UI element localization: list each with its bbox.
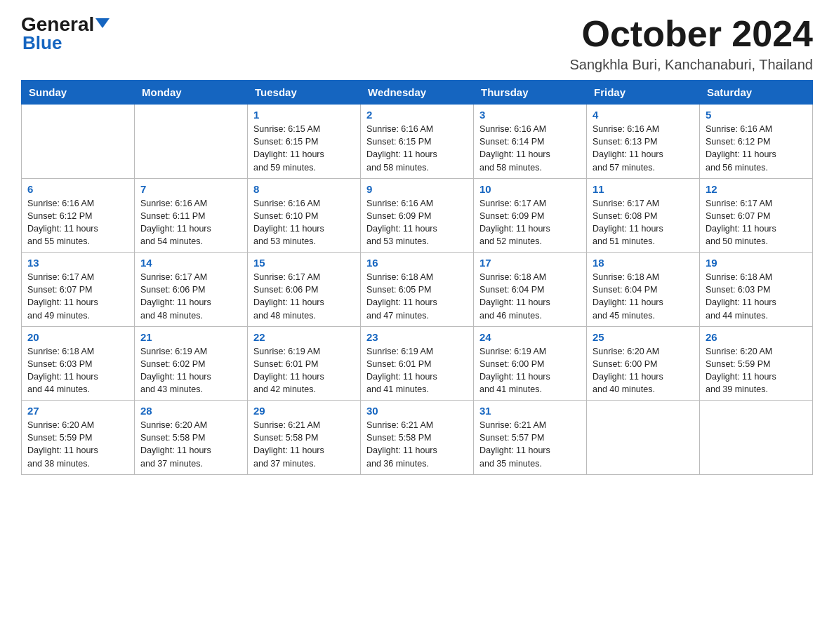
day-info: Sunrise: 6:17 AM Sunset: 6:06 PM Dayligh…	[140, 271, 241, 322]
calendar-cell	[135, 105, 248, 179]
day-info: Sunrise: 6:16 AM Sunset: 6:10 PM Dayligh…	[253, 197, 355, 248]
day-number: 25	[593, 331, 694, 343]
calendar-cell: 18Sunrise: 6:18 AM Sunset: 6:04 PM Dayli…	[587, 253, 700, 327]
weekday-header-tuesday: Tuesday	[248, 81, 361, 105]
day-number: 17	[479, 257, 581, 269]
calendar-cell: 14Sunrise: 6:17 AM Sunset: 6:06 PM Dayli…	[135, 253, 248, 327]
weekday-header-monday: Monday	[135, 81, 248, 105]
calendar-cell	[587, 401, 700, 475]
calendar-table: SundayMondayTuesdayWednesdayThursdayFrid…	[21, 80, 813, 475]
calendar-cell: 27Sunrise: 6:20 AM Sunset: 5:59 PM Dayli…	[22, 401, 135, 475]
calendar-week-row: 20Sunrise: 6:18 AM Sunset: 6:03 PM Dayli…	[22, 326, 813, 401]
day-info: Sunrise: 6:16 AM Sunset: 6:12 PM Dayligh…	[27, 197, 128, 248]
day-info: Sunrise: 6:19 AM Sunset: 6:01 PM Dayligh…	[253, 345, 355, 396]
day-info: Sunrise: 6:19 AM Sunset: 6:02 PM Dayligh…	[140, 345, 241, 396]
day-info: Sunrise: 6:20 AM Sunset: 5:59 PM Dayligh…	[27, 419, 128, 470]
day-info: Sunrise: 6:17 AM Sunset: 6:09 PM Dayligh…	[479, 197, 581, 248]
calendar-cell	[700, 401, 813, 475]
calendar-cell: 23Sunrise: 6:19 AM Sunset: 6:01 PM Dayli…	[361, 326, 474, 401]
day-number: 24	[479, 331, 581, 343]
calendar-cell: 5Sunrise: 6:16 AM Sunset: 6:12 PM Daylig…	[700, 105, 813, 179]
calendar-cell: 25Sunrise: 6:20 AM Sunset: 6:00 PM Dayli…	[587, 326, 700, 401]
weekday-header-sunday: Sunday	[22, 81, 135, 105]
logo-triangle-icon	[95, 18, 110, 28]
day-info: Sunrise: 6:15 AM Sunset: 6:15 PM Dayligh…	[253, 123, 355, 174]
day-info: Sunrise: 6:20 AM Sunset: 5:58 PM Dayligh…	[140, 419, 241, 470]
day-number: 16	[366, 257, 468, 269]
calendar-cell: 4Sunrise: 6:16 AM Sunset: 6:13 PM Daylig…	[587, 105, 700, 179]
calendar-cell	[22, 105, 135, 179]
calendar-cell: 22Sunrise: 6:19 AM Sunset: 6:01 PM Dayli…	[248, 326, 361, 401]
day-info: Sunrise: 6:17 AM Sunset: 6:08 PM Dayligh…	[593, 197, 694, 248]
calendar-cell: 17Sunrise: 6:18 AM Sunset: 6:04 PM Dayli…	[474, 253, 587, 327]
calendar-cell: 20Sunrise: 6:18 AM Sunset: 6:03 PM Dayli…	[22, 326, 135, 401]
day-number: 14	[140, 257, 241, 269]
calendar-cell: 13Sunrise: 6:17 AM Sunset: 6:07 PM Dayli…	[22, 253, 135, 327]
day-number: 6	[27, 183, 128, 195]
day-info: Sunrise: 6:16 AM Sunset: 6:13 PM Dayligh…	[593, 123, 694, 174]
day-number: 10	[479, 183, 581, 195]
calendar-cell: 9Sunrise: 6:16 AM Sunset: 6:09 PM Daylig…	[361, 178, 474, 253]
calendar-cell: 21Sunrise: 6:19 AM Sunset: 6:02 PM Dayli…	[135, 326, 248, 401]
day-number: 9	[366, 183, 468, 195]
day-number: 3	[479, 109, 581, 121]
calendar-cell: 10Sunrise: 6:17 AM Sunset: 6:09 PM Dayli…	[474, 178, 587, 253]
day-info: Sunrise: 6:18 AM Sunset: 6:03 PM Dayligh…	[27, 345, 128, 396]
calendar-cell: 19Sunrise: 6:18 AM Sunset: 6:03 PM Dayli…	[700, 253, 813, 327]
calendar-cell: 15Sunrise: 6:17 AM Sunset: 6:06 PM Dayli…	[248, 253, 361, 327]
day-info: Sunrise: 6:18 AM Sunset: 6:04 PM Dayligh…	[479, 271, 581, 322]
day-info: Sunrise: 6:17 AM Sunset: 6:07 PM Dayligh…	[706, 197, 807, 248]
day-number: 15	[253, 257, 355, 269]
calendar-cell: 1Sunrise: 6:15 AM Sunset: 6:15 PM Daylig…	[248, 105, 361, 179]
day-number: 28	[140, 405, 241, 417]
day-info: Sunrise: 6:17 AM Sunset: 6:07 PM Dayligh…	[27, 271, 128, 322]
day-number: 11	[593, 183, 694, 195]
day-number: 1	[253, 109, 355, 121]
day-number: 30	[366, 405, 468, 417]
day-info: Sunrise: 6:16 AM Sunset: 6:09 PM Dayligh…	[366, 197, 468, 248]
day-number: 13	[27, 257, 128, 269]
day-number: 23	[366, 331, 468, 343]
day-info: Sunrise: 6:20 AM Sunset: 6:00 PM Dayligh…	[593, 345, 694, 396]
day-number: 4	[593, 109, 694, 121]
weekday-header-wednesday: Wednesday	[361, 81, 474, 105]
day-info: Sunrise: 6:21 AM Sunset: 5:58 PM Dayligh…	[253, 419, 355, 470]
day-number: 8	[253, 183, 355, 195]
day-info: Sunrise: 6:16 AM Sunset: 6:15 PM Dayligh…	[366, 123, 468, 174]
calendar-cell: 30Sunrise: 6:21 AM Sunset: 5:58 PM Dayli…	[361, 401, 474, 475]
day-number: 31	[479, 405, 581, 417]
day-number: 2	[366, 109, 468, 121]
month-title: October 2024	[569, 14, 813, 54]
calendar-week-row: 1Sunrise: 6:15 AM Sunset: 6:15 PM Daylig…	[22, 105, 813, 179]
weekday-header-saturday: Saturday	[700, 81, 813, 105]
title-area: October 2024 Sangkhla Buri, Kanchanaburi…	[569, 14, 813, 73]
day-number: 22	[253, 331, 355, 343]
day-number: 19	[706, 257, 807, 269]
calendar-cell: 8Sunrise: 6:16 AM Sunset: 6:10 PM Daylig…	[248, 178, 361, 253]
calendar-cell: 7Sunrise: 6:16 AM Sunset: 6:11 PM Daylig…	[135, 178, 248, 253]
calendar-cell: 16Sunrise: 6:18 AM Sunset: 6:05 PM Dayli…	[361, 253, 474, 327]
day-info: Sunrise: 6:16 AM Sunset: 6:14 PM Dayligh…	[479, 123, 581, 174]
day-number: 18	[593, 257, 694, 269]
day-info: Sunrise: 6:17 AM Sunset: 6:06 PM Dayligh…	[253, 271, 355, 322]
page-header: General Blue October 2024 Sangkhla Buri,…	[21, 14, 813, 73]
day-number: 29	[253, 405, 355, 417]
location-title: Sangkhla Buri, Kanchanaburi, Thailand	[569, 57, 813, 73]
day-info: Sunrise: 6:18 AM Sunset: 6:03 PM Dayligh…	[706, 271, 807, 322]
day-info: Sunrise: 6:19 AM Sunset: 6:00 PM Dayligh…	[479, 345, 581, 396]
day-info: Sunrise: 6:16 AM Sunset: 6:11 PM Dayligh…	[140, 197, 241, 248]
calendar-cell: 3Sunrise: 6:16 AM Sunset: 6:14 PM Daylig…	[474, 105, 587, 179]
day-info: Sunrise: 6:21 AM Sunset: 5:57 PM Dayligh…	[479, 419, 581, 470]
calendar-cell: 26Sunrise: 6:20 AM Sunset: 5:59 PM Dayli…	[700, 326, 813, 401]
calendar-week-row: 6Sunrise: 6:16 AM Sunset: 6:12 PM Daylig…	[22, 178, 813, 253]
day-number: 5	[706, 109, 807, 121]
logo-area: General Blue	[21, 14, 110, 53]
calendar-cell: 29Sunrise: 6:21 AM Sunset: 5:58 PM Dayli…	[248, 401, 361, 475]
calendar-cell: 2Sunrise: 6:16 AM Sunset: 6:15 PM Daylig…	[361, 105, 474, 179]
day-info: Sunrise: 6:18 AM Sunset: 6:05 PM Dayligh…	[366, 271, 468, 322]
day-number: 7	[140, 183, 241, 195]
day-info: Sunrise: 6:19 AM Sunset: 6:01 PM Dayligh…	[366, 345, 468, 396]
day-info: Sunrise: 6:16 AM Sunset: 6:12 PM Dayligh…	[706, 123, 807, 174]
calendar-week-row: 27Sunrise: 6:20 AM Sunset: 5:59 PM Dayli…	[22, 401, 813, 475]
day-number: 20	[27, 331, 128, 343]
